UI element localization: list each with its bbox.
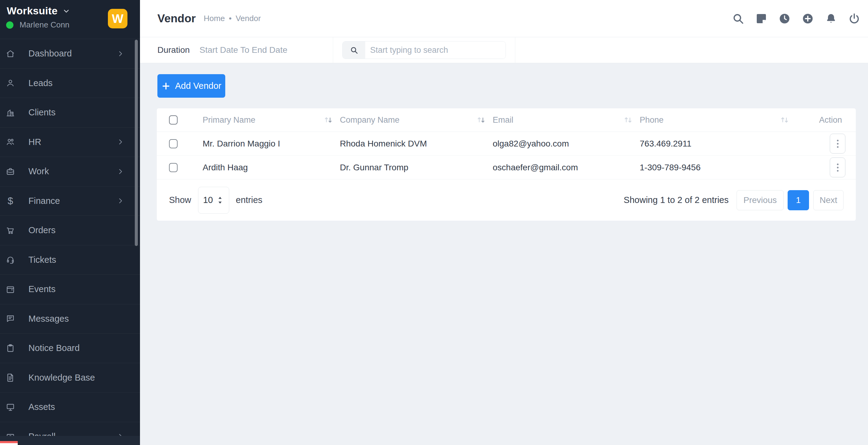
sort-icon[interactable] (323, 115, 333, 125)
page-header: Vendor Home • Vendor (140, 0, 868, 37)
search-group (342, 41, 506, 59)
monitor-icon (6, 403, 15, 412)
previous-page-button[interactable]: Previous (737, 190, 784, 210)
cell-company-name: Dr. Gunnar Tromp (340, 163, 493, 172)
column-header-primary-name[interactable]: Primary Name (203, 108, 340, 132)
page-title: Vendor (157, 12, 196, 25)
cell-phone: 763.469.2911 (640, 139, 796, 149)
content-area: Add Vendor Primary Name Company Name Ema… (140, 74, 868, 445)
sort-icon[interactable] (623, 115, 633, 125)
cell-email: olga82@yahoo.com (493, 139, 640, 149)
sidebar-item-messages[interactable]: Messages (0, 304, 140, 334)
note-icon[interactable] (755, 12, 768, 25)
briefcase-icon (6, 167, 15, 176)
cell-phone: 1-309-789-9456 (640, 163, 796, 172)
select-arrows-icon (216, 196, 224, 205)
company-switcher[interactable]: Worksuite (7, 5, 70, 17)
next-page-button[interactable]: Next (813, 190, 843, 210)
sidebar-item-tickets[interactable]: Tickets (0, 245, 140, 275)
sidebar: Worksuite Marlene Conn W Dashboard Leads… (0, 0, 140, 445)
search-section (333, 37, 515, 63)
app-logo-letter: W (112, 12, 123, 26)
plus-icon (161, 81, 170, 91)
table-footer: Show 10 entries Showing 1 to 2 of 2 entr… (157, 179, 856, 221)
breadcrumb-home[interactable]: Home (204, 14, 225, 23)
cart-icon (6, 226, 15, 235)
column-header-company-name[interactable]: Company Name (340, 108, 493, 132)
user-status: Marlene Conn (6, 20, 69, 30)
sidebar-item-dashboard[interactable]: Dashboard (0, 39, 140, 69)
cell-company-name: Rhoda Homenick DVM (340, 139, 493, 149)
select-all-checkbox[interactable] (169, 115, 178, 125)
row-actions-menu-button[interactable] (830, 158, 845, 177)
current-page-button[interactable]: 1 (787, 190, 809, 210)
sidebar-item-hr[interactable]: HR (0, 128, 140, 157)
online-status-dot (6, 21, 13, 29)
sidebar-item-work[interactable]: Work (0, 157, 140, 186)
table-row: Mr. Darrion Maggio I Rhoda Homenick DVM … (157, 132, 856, 156)
time-log-icon[interactable] (778, 12, 791, 25)
column-header-email[interactable]: Email (493, 108, 640, 132)
main-area: Vendor Home • Vendor Duration Start Date… (140, 0, 868, 445)
logout-power-icon[interactable] (848, 12, 861, 25)
breadcrumb: Home • Vendor (204, 14, 261, 23)
select-all-cell (157, 108, 203, 132)
brand-name: Worksuite (7, 5, 58, 17)
dollar-icon: $ (6, 195, 15, 207)
column-header-phone[interactable]: Phone (640, 108, 796, 132)
building-icon (6, 108, 15, 117)
users-icon (6, 137, 15, 146)
message-icon (6, 314, 15, 323)
sidebar-item-finance[interactable]: $ Finance (0, 186, 140, 216)
page-size-group: Show 10 entries (169, 187, 262, 214)
sort-icon[interactable] (780, 115, 789, 125)
calendar-icon (6, 285, 15, 294)
sidebar-item-events[interactable]: Events (0, 275, 140, 304)
topbar-icons (732, 12, 861, 25)
duration-filter[interactable]: Duration Start Date To End Date (140, 37, 333, 63)
app-logo[interactable]: W (108, 9, 127, 28)
chevron-right-icon (117, 197, 124, 205)
sidebar-item-orders[interactable]: Orders (0, 216, 140, 245)
user-name: Marlene Conn (20, 20, 69, 30)
sidebar-item-clients[interactable]: Clients (0, 98, 140, 128)
notifications-bell-icon[interactable] (825, 12, 837, 25)
sidebar-item-knowledge-base[interactable]: Knowledge Base (0, 363, 140, 393)
add-new-icon[interactable] (801, 12, 814, 25)
search-icon[interactable] (732, 12, 745, 25)
show-label: Show (169, 195, 191, 205)
breadcrumb-current: Vendor (236, 14, 261, 23)
sidebar-scrollbar[interactable] (135, 40, 138, 246)
cell-email: oschaefer@gmail.com (493, 163, 640, 172)
chevron-right-icon (117, 168, 124, 175)
filter-bar: Duration Start Date To End Date (140, 37, 868, 63)
sidebar-nav: Dashboard Leads Clients HR Work $ Financ… (0, 39, 140, 445)
cell-primary-name: Ardith Haag (203, 163, 340, 172)
vendor-table-card: Primary Name Company Name Email Phone Ac… (157, 108, 856, 221)
pagination: Showing 1 to 2 of 2 entries Previous 1 N… (624, 190, 843, 210)
entries-summary: Showing 1 to 2 of 2 entries (624, 195, 728, 205)
table-header-row: Primary Name Company Name Email Phone Ac… (157, 108, 856, 132)
row-actions-menu-button[interactable] (830, 134, 845, 153)
user-icon (6, 78, 15, 88)
sidebar-item-leads[interactable]: Leads (0, 69, 140, 98)
duration-range-picker[interactable]: Start Date To End Date (199, 45, 287, 55)
page-size-select[interactable]: 10 (198, 187, 229, 214)
kebab-icon (834, 138, 842, 149)
sidebar-item-notice-board[interactable]: Notice Board (0, 334, 140, 363)
debugbar-chip[interactable] (0, 441, 18, 445)
cell-primary-name: Mr. Darrion Maggio I (203, 139, 340, 149)
row-checkbox[interactable] (169, 139, 178, 148)
sidebar-item-assets[interactable]: Assets (0, 392, 140, 422)
breadcrumb-separator: • (229, 14, 232, 23)
column-header-action: Action (796, 108, 856, 132)
chevron-right-icon (117, 138, 124, 146)
search-input[interactable] (365, 41, 505, 59)
sort-icon[interactable] (476, 115, 486, 125)
duration-label: Duration (157, 45, 190, 55)
row-checkbox[interactable] (169, 163, 178, 172)
home-icon (6, 49, 15, 58)
add-vendor-button[interactable]: Add Vendor (157, 74, 225, 98)
debugbar-red-bar (0, 441, 18, 443)
search-icon (343, 41, 365, 59)
